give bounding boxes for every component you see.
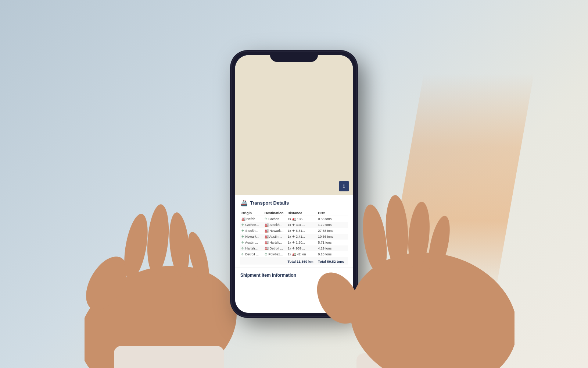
- origin-cell: ✈ Newark...: [240, 234, 263, 240]
- destination-cell: ⊙ Polyflex...: [263, 251, 287, 257]
- origin-cell: ✈ Stockh...: [240, 228, 263, 234]
- scene: IOWA Chicago MO OKLA TEXAS ILL IND OHIO …: [129, 18, 459, 350]
- svg-rect-6: [114, 346, 224, 368]
- map-background: [235, 55, 353, 195]
- origin-cell: ✈ Austin ...: [240, 240, 263, 245]
- destination-cell: 🏭 Stockh...: [263, 222, 287, 228]
- right-hand: [301, 188, 514, 368]
- col-origin: Origin: [240, 210, 263, 216]
- shipment-title: Shipment item Information: [240, 273, 296, 278]
- origin-cell: ✈ Detroit ...: [240, 251, 263, 257]
- destination-cell: 🏭 Newark...: [263, 228, 287, 234]
- destination-cell: 🏭 Hartsfi...: [263, 240, 287, 245]
- transport-title: Transport Details: [250, 200, 289, 206]
- origin-cell: 🏭 Nefab T...: [240, 216, 263, 222]
- total-label-2: [263, 257, 287, 265]
- total-label-1: [240, 257, 263, 265]
- destination-cell: 🏭 Detroit ...: [263, 245, 287, 251]
- destination-cell: ✈ Gothen...: [263, 216, 287, 222]
- origin-cell: ✈ Hartsfi...: [240, 245, 263, 251]
- map-area[interactable]: IOWA Chicago MO OKLA TEXAS ILL IND OHIO …: [235, 55, 353, 195]
- notch: [270, 52, 318, 62]
- col-destination: Destination: [263, 210, 287, 216]
- destination-cell: 🏭 Austin ...: [263, 234, 287, 240]
- svg-point-3: [145, 204, 171, 275]
- origin-cell: ✈ Gothen...: [240, 222, 263, 228]
- transport-icon: 🚢: [240, 199, 248, 206]
